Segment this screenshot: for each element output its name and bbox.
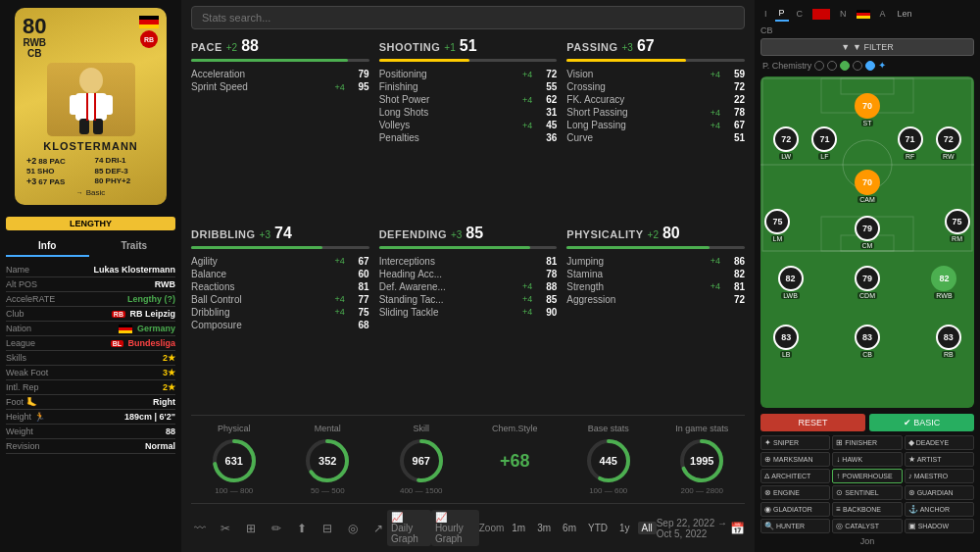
- player-node-lb[interactable]: 83 LB: [773, 325, 799, 358]
- icon-arrow-up[interactable]: ⬆: [293, 520, 311, 537]
- node-circle-cdm: 79: [855, 266, 880, 291]
- player-node-lm[interactable]: 75 LM: [764, 209, 790, 242]
- marksman-icon: ⊕: [764, 455, 771, 464]
- chem-style-shadow[interactable]: ▣ SHADOW: [905, 519, 974, 533]
- icon-cut[interactable]: ✂: [217, 520, 234, 537]
- player-node-lw[interactable]: 72 LW: [773, 126, 799, 160]
- backbone-label: BACKBONE: [843, 506, 881, 513]
- chem-style-finisher[interactable]: ⊞ FINISHER: [832, 435, 902, 450]
- stat-category-shooting: SHOOTING +1 51 Positioning +4 72 Finishi…: [379, 37, 558, 219]
- zoom-6m[interactable]: 6m: [559, 522, 580, 534]
- zoom-all[interactable]: All: [638, 522, 657, 534]
- icon-graph-line[interactable]: 〰: [191, 520, 209, 537]
- icon-eye-slash[interactable]: ◎: [344, 520, 362, 537]
- shooting-bar-container: [379, 59, 558, 62]
- backbone-icon: ≡: [836, 505, 841, 514]
- zoom-1m[interactable]: 1m: [508, 522, 529, 534]
- hourly-graph-btn[interactable]: 📈 Hourly Graph: [431, 510, 479, 546]
- info-row-skills: Skills 2★: [6, 351, 175, 366]
- chem-style-catalyst[interactable]: ◎ CATALYST: [832, 519, 902, 533]
- chem-style-sentinel[interactable]: ⊙ SENTINEL: [832, 485, 902, 500]
- deadeye-icon: ◆: [908, 438, 914, 447]
- tab-traits[interactable]: Traits: [93, 236, 176, 257]
- value-weight: 88: [166, 427, 175, 436]
- basic-button[interactable]: ✔ BASIC: [869, 414, 974, 431]
- chem-style-gladiator[interactable]: ◉ GLADIATOR: [760, 502, 830, 517]
- icon-table[interactable]: ⊞: [242, 520, 260, 537]
- physicality-label: PHYSICALITY: [566, 228, 643, 240]
- hunter-label: HUNTER: [776, 523, 805, 529]
- marksman-label: MARKSMAN: [773, 456, 812, 463]
- card-player-name: KLOSTERMANN: [43, 140, 138, 152]
- chem-style-deadeye[interactable]: ◆ DEADEYE: [905, 435, 974, 450]
- player-node-cdm[interactable]: 79 CDM: [855, 266, 880, 299]
- info-row-altpos: Alt POS RWB: [6, 277, 175, 292]
- dribbling-label: DRIBBLING: [191, 228, 256, 240]
- finisher-label: FINISHER: [845, 439, 877, 446]
- zoom-ytd[interactable]: YTD: [584, 522, 612, 534]
- guardian-icon: ⊛: [908, 488, 915, 497]
- chem-style-hunter[interactable]: 🔍 HUNTER: [760, 519, 830, 533]
- player-node-lwb[interactable]: 82 LWB: [778, 266, 804, 299]
- shadow-icon: ▣: [908, 522, 916, 530]
- icon-pencil[interactable]: ✏: [268, 520, 285, 537]
- node-label-cm: CM: [860, 242, 875, 249]
- player-node-rm[interactable]: 75 RM: [945, 209, 970, 242]
- player-photo: [47, 63, 135, 136]
- chem-style-engine[interactable]: ⊗ ENGINE: [760, 485, 830, 500]
- reset-button[interactable]: RESET: [760, 414, 865, 431]
- player-node-st[interactable]: 70 ST: [855, 93, 880, 126]
- catalyst-label: CATALYST: [845, 523, 879, 529]
- tab-I[interactable]: I: [760, 7, 771, 21]
- gauge-mental-value: 352: [318, 455, 336, 467]
- chem-style-powerhouse[interactable]: ↑ POWERHOUSE: [832, 469, 902, 483]
- player-node-rw[interactable]: 72 RW: [936, 126, 961, 160]
- player-node-cb[interactable]: 83 CB: [855, 325, 880, 358]
- tab-P[interactable]: P: [775, 6, 789, 22]
- zoom-label: Zoom: [479, 523, 505, 533]
- player-node-cam[interactable]: 70 CAM: [855, 170, 880, 203]
- node-label-rb: RB: [942, 351, 956, 358]
- chem-style-marksman[interactable]: ⊕ MARKSMAN: [760, 452, 830, 467]
- card-stat-1: +288 PAC: [26, 156, 87, 166]
- filter-button[interactable]: ▼ ▼ FILTER: [760, 38, 974, 56]
- chem-style-maestro[interactable]: ♪ MAESTRO: [905, 469, 974, 483]
- chem-style-artist[interactable]: ★ ARTIST: [905, 452, 974, 467]
- label-height: Height 🏃: [6, 412, 45, 422]
- tab-A[interactable]: A: [876, 7, 890, 21]
- passing-bonus: +3: [622, 42, 633, 53]
- player-node-rwb[interactable]: 82 RWB: [931, 266, 956, 299]
- tab-info[interactable]: Info: [6, 236, 89, 257]
- info-row-weakfoot: Weak Foot 3★: [6, 366, 175, 380]
- zoom-1y[interactable]: 1y: [615, 522, 634, 534]
- stat-row-longshots: Long Shots 31: [379, 106, 558, 119]
- chem-style-backbone[interactable]: ≡ BACKBONE: [832, 502, 902, 517]
- tab-C[interactable]: C: [793, 7, 808, 21]
- search-input[interactable]: [191, 6, 745, 29]
- icon-grid[interactable]: ⊟: [318, 520, 336, 537]
- node-label-rw: RW: [941, 153, 956, 160]
- svg-rect-2: [70, 95, 79, 115]
- chem-style-hawk[interactable]: ↓ HAWK: [832, 452, 902, 467]
- chem-style-anchor[interactable]: ⚓ ANCHOR: [905, 502, 974, 517]
- stat-row-interceptions: Interceptions 81: [379, 255, 558, 268]
- value-altpos: RWB: [155, 279, 175, 289]
- tab-N[interactable]: N: [836, 7, 851, 21]
- player-node-cm[interactable]: 79 CM: [855, 216, 880, 249]
- player-node-lf[interactable]: 71 LF: [811, 126, 837, 160]
- label-name: Name: [6, 265, 29, 275]
- passing-value: 67: [637, 37, 655, 55]
- germany-flag: [139, 16, 159, 28]
- node-label-cb: CB: [860, 351, 874, 358]
- chem-style-guardian[interactable]: ⊛ GUARDIAN: [905, 485, 974, 500]
- icon-share[interactable]: ↗: [369, 520, 387, 537]
- chem-style-sniper[interactable]: ✦ SNIPER: [760, 435, 830, 450]
- shooting-bonus: +1: [444, 42, 455, 53]
- defending-bonus: +3: [451, 229, 462, 240]
- chem-style-architect[interactable]: Δ ARCHITECT: [760, 469, 830, 483]
- daily-graph-btn[interactable]: 📈 Daily Graph: [387, 510, 431, 546]
- zoom-3m[interactable]: 3m: [533, 522, 555, 534]
- player-node-rf[interactable]: 71 RF: [898, 126, 923, 160]
- icon-calendar[interactable]: 📅: [730, 520, 745, 537]
- player-node-rb[interactable]: 83 RB: [936, 325, 961, 358]
